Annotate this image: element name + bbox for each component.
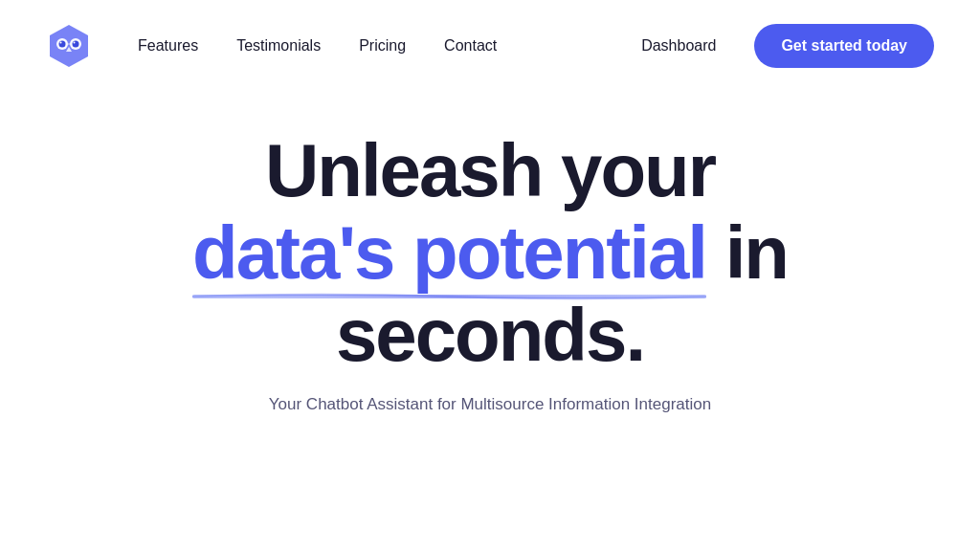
hero-subtitle: Your Chatbot Assistant for Multisource I… bbox=[269, 395, 711, 414]
dashboard-link[interactable]: Dashboard bbox=[641, 37, 716, 55]
svg-point-5 bbox=[73, 41, 79, 48]
nav-link-contact[interactable]: Contact bbox=[444, 37, 497, 55]
nav-link-testimonials[interactable]: Testimonials bbox=[236, 37, 321, 55]
logo-icon bbox=[46, 23, 92, 69]
nav-links: Features Testimonials Pricing Contact bbox=[138, 37, 641, 55]
nav-right: Dashboard Get started today bbox=[641, 24, 934, 68]
nav-link-features[interactable]: Features bbox=[138, 37, 198, 55]
hero-title: Unleash your data's potential inseconds. bbox=[192, 130, 788, 376]
hero-section: Unleash your data's potential inseconds.… bbox=[0, 92, 980, 433]
get-started-button[interactable]: Get started today bbox=[754, 24, 934, 68]
navbar: Features Testimonials Pricing Contact Da… bbox=[0, 0, 980, 92]
svg-marker-0 bbox=[50, 25, 88, 67]
hero-line1: Unleash your bbox=[265, 128, 715, 212]
svg-point-6 bbox=[74, 42, 76, 44]
nav-link-pricing[interactable]: Pricing bbox=[359, 37, 406, 55]
svg-point-3 bbox=[60, 42, 62, 44]
hero-highlight: data's potential bbox=[192, 212, 706, 295]
svg-point-2 bbox=[59, 41, 66, 48]
logo[interactable] bbox=[46, 23, 92, 69]
